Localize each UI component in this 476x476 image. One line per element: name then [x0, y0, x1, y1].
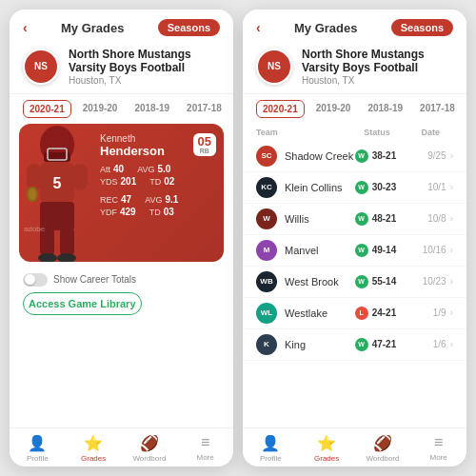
more-icon-left: ≡: [201, 434, 209, 451]
game-score-westlake: 24-21: [372, 307, 397, 318]
nav-grades-left[interactable]: ⭐ Grades: [66, 434, 122, 463]
nav-more-right[interactable]: ≡ More: [410, 434, 466, 463]
header-title-left: My Grades: [61, 21, 124, 35]
season-tab-2020[interactable]: 2020-21: [23, 100, 71, 118]
season-tab-2017[interactable]: 2017-18: [181, 100, 228, 118]
player-number-badge: 05 RB: [193, 133, 216, 156]
game-date-west-brook: 10/23: [412, 276, 446, 287]
game-logo-manvel: M: [256, 240, 277, 261]
svg-rect-11: [60, 227, 74, 257]
nav-label-more-right: More: [430, 453, 447, 462]
profile-icon-right: 👤: [261, 434, 280, 452]
win-dot-klein-collins: W: [355, 181, 368, 194]
win-dot-west-brook: W: [355, 275, 368, 288]
col-date-header: Date: [406, 128, 440, 137]
game-row-manvel[interactable]: M Manvel W 49-14 10/16 ›: [243, 235, 466, 267]
svg-text:5: 5: [53, 175, 62, 191]
nav-label-grades-left: Grades: [81, 454, 106, 463]
win-dot-king: W: [355, 338, 368, 351]
team-sport-left: Varsity Boys Football: [69, 61, 191, 74]
team-location-left: Houston, TX: [69, 75, 191, 86]
game-row-willis[interactable]: W Willis W 48-21 10/8 ›: [243, 204, 466, 235]
game-team-shadow-creek: Shadow Creek: [285, 150, 355, 162]
stat-avg2: AVG 9.1: [145, 194, 178, 205]
seasons-button-left[interactable]: Seasons: [158, 19, 220, 36]
seasons-button-right[interactable]: Seasons: [391, 19, 453, 36]
season-tab-2019[interactable]: 2019-20: [77, 100, 124, 118]
bottom-nav-right: 👤 Profile ⭐ Grades 🏈 Wordbord ≡ More: [243, 427, 466, 466]
col-status-header: Status: [348, 128, 406, 137]
career-toggle-label: Show Career Totals: [53, 274, 136, 285]
chevron-king: ›: [450, 339, 453, 349]
nav-profile-right[interactable]: 👤 Profile: [243, 434, 299, 463]
stat-row-4: YDF 429 TD 03: [100, 207, 216, 217]
game-date-klein-collins: 10/1: [412, 182, 446, 192]
back-arrow-left[interactable]: ‹: [23, 20, 28, 35]
player-position: RB: [200, 148, 209, 154]
nav-profile-left[interactable]: 👤 Profile: [10, 434, 66, 463]
right-header: ‹ My Grades Seasons: [243, 10, 466, 42]
game-status-westlake: L 24-21: [355, 307, 412, 320]
col-team-header: Team: [256, 128, 348, 137]
nav-more-left[interactable]: ≡ More: [177, 434, 233, 463]
player-stats-area: Kenneth Henderson 05 RB Att 40: [100, 124, 224, 228]
game-row-west-brook[interactable]: WB West Brook W 55-14 10/23 ›: [243, 267, 466, 298]
game-row-klein-collins[interactable]: KC Klein Collins W 30-23 10/1 ›: [243, 172, 466, 204]
team-sport-right: Varsity Boys Football: [302, 61, 425, 74]
r-season-tab-2018[interactable]: 2018-19: [362, 100, 408, 118]
player-card: 5: [19, 124, 224, 262]
game-score-shadow-creek: 38-21: [372, 150, 397, 161]
nav-grades-right[interactable]: ⭐ Grades: [299, 434, 355, 463]
game-row-king[interactable]: K King W 47-21 1/6 ›: [243, 329, 466, 361]
header-title-right: My Grades: [294, 21, 357, 35]
nav-wordbord-left[interactable]: 🏈 Wordbord: [122, 434, 178, 463]
nav-label-more-left: More: [197, 453, 214, 462]
game-logo-klein-collins: KC: [256, 177, 277, 198]
chevron-klein-collins: ›: [450, 182, 453, 192]
career-toggle-switch[interactable]: [23, 273, 48, 287]
game-score-west-brook: 55-14: [372, 276, 397, 287]
stat-td1: TD 02: [149, 176, 174, 187]
games-list: SC Shadow Creek W 38-21 9/25 › KC Klein …: [243, 141, 466, 427]
win-dot-shadow-creek: W: [355, 149, 368, 163]
game-date-westlake: 1/9: [412, 307, 446, 318]
stat-yds: YDS 201: [100, 176, 136, 187]
r-season-tab-2019[interactable]: 2019-20: [310, 100, 357, 118]
access-game-library-button[interactable]: Access Game Library: [23, 292, 142, 315]
svg-point-13: [57, 253, 76, 262]
chevron-manvel: ›: [450, 245, 453, 255]
r-season-tab-2017[interactable]: 2017-18: [414, 100, 461, 118]
team-details-left: North Shore Mustangs Varsity Boys Footba…: [69, 48, 191, 86]
nav-wordbord-right[interactable]: 🏈 Wordbord: [355, 434, 411, 463]
game-logo-willis: W: [256, 208, 277, 229]
win-dot-willis: W: [355, 212, 368, 226]
team-name-right: North Shore Mustangs: [302, 48, 425, 61]
stat-td2: TD 03: [149, 207, 174, 217]
game-team-west-brook: West Brook: [285, 276, 355, 288]
game-row-shadow-creek[interactable]: SC Shadow Creek W 38-21 9/25 ›: [243, 141, 466, 172]
wordbord-icon-right: 🏈: [373, 434, 392, 452]
team-info-right: NS North Shore Mustangs Varsity Boys Foo…: [243, 42, 466, 94]
game-score-klein-collins: 30-23: [372, 182, 397, 192]
team-logo-left: NS: [23, 49, 59, 85]
nav-label-wordbord-left: Wordbord: [132, 454, 166, 463]
game-logo-king: K: [256, 334, 277, 355]
season-tab-2018[interactable]: 2018-19: [129, 100, 175, 118]
svg-point-8: [29, 188, 36, 200]
game-logo-west-brook: WB: [256, 271, 277, 292]
game-row-westlake[interactable]: WL Westlake L 24-21 1/9 ›: [243, 298, 466, 329]
r-season-tab-2020[interactable]: 2020-21: [256, 100, 305, 118]
chevron-willis: ›: [450, 213, 453, 224]
player-image-area: 5: [19, 124, 100, 262]
team-name-left: North Shore Mustangs: [69, 48, 191, 61]
svg-point-12: [38, 253, 57, 262]
games-header: Team Status Date: [243, 124, 466, 141]
career-toggle-row: Show Career Totals: [10, 269, 233, 290]
chevron-west-brook: ›: [450, 276, 453, 287]
left-header: ‹ My Grades Seasons: [10, 10, 233, 42]
wordbord-icon-left: 🏈: [140, 434, 159, 452]
nav-label-grades-right: Grades: [314, 454, 339, 463]
svg-rect-5: [27, 164, 42, 190]
svg-rect-10: [40, 227, 54, 257]
back-arrow-right[interactable]: ‹: [256, 20, 261, 35]
